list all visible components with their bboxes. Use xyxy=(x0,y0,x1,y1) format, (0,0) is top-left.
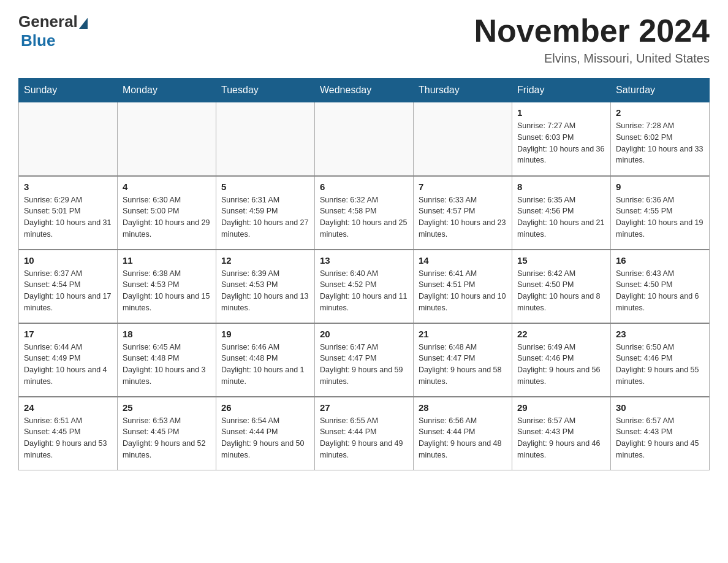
calendar-cell: 9Sunrise: 6:36 AM Sunset: 4:55 PM Daylig… xyxy=(611,176,710,250)
day-info: Sunrise: 6:46 AM Sunset: 4:48 PM Dayligh… xyxy=(221,342,309,388)
day-info: Sunrise: 7:27 AM Sunset: 6:03 PM Dayligh… xyxy=(517,120,605,166)
day-number: 19 xyxy=(221,329,309,339)
logo: General Blue xyxy=(18,12,88,50)
day-number: 26 xyxy=(221,402,309,413)
calendar-cell: 1Sunrise: 7:27 AM Sunset: 6:03 PM Daylig… xyxy=(512,102,611,176)
calendar-cell: 23Sunrise: 6:50 AM Sunset: 4:46 PM Dayli… xyxy=(611,323,710,397)
calendar-cell xyxy=(216,102,315,176)
calendar-cell: 18Sunrise: 6:45 AM Sunset: 4:48 PM Dayli… xyxy=(118,323,216,397)
day-number: 23 xyxy=(616,329,704,339)
day-number: 9 xyxy=(616,182,704,192)
day-info: Sunrise: 6:41 AM Sunset: 4:51 PM Dayligh… xyxy=(419,268,507,314)
day-number: 15 xyxy=(517,255,605,266)
calendar-cell: 13Sunrise: 6:40 AM Sunset: 4:52 PM Dayli… xyxy=(315,250,414,323)
day-info: Sunrise: 6:29 AM Sunset: 5:01 PM Dayligh… xyxy=(24,194,112,240)
calendar-cell: 16Sunrise: 6:43 AM Sunset: 4:50 PM Dayli… xyxy=(611,250,710,323)
calendar-cell: 2Sunrise: 7:28 AM Sunset: 6:02 PM Daylig… xyxy=(611,102,710,176)
title-section: November 2024 Elvins, Missouri, United S… xyxy=(474,12,710,66)
logo-triangle-icon xyxy=(79,18,88,29)
calendar-day-header: Wednesday xyxy=(315,79,414,102)
calendar-cell xyxy=(19,102,118,176)
day-number: 16 xyxy=(616,255,704,266)
calendar-cell: 6Sunrise: 6:32 AM Sunset: 4:58 PM Daylig… xyxy=(315,176,414,250)
calendar-cell: 7Sunrise: 6:33 AM Sunset: 4:57 PM Daylig… xyxy=(414,176,512,250)
day-info: Sunrise: 6:57 AM Sunset: 4:43 PM Dayligh… xyxy=(517,415,605,461)
day-info: Sunrise: 6:35 AM Sunset: 4:56 PM Dayligh… xyxy=(517,194,605,240)
day-number: 25 xyxy=(123,402,211,413)
page-header: General Blue November 2024 Elvins, Misso… xyxy=(18,12,710,66)
day-number: 6 xyxy=(320,182,408,192)
location-subtitle: Elvins, Missouri, United States xyxy=(474,52,710,66)
day-info: Sunrise: 6:39 AM Sunset: 4:53 PM Dayligh… xyxy=(221,268,309,314)
day-number: 28 xyxy=(419,402,507,413)
logo-blue-text: Blue xyxy=(21,31,55,50)
day-info: Sunrise: 6:51 AM Sunset: 4:45 PM Dayligh… xyxy=(24,415,112,461)
calendar-cell: 11Sunrise: 6:38 AM Sunset: 4:53 PM Dayli… xyxy=(118,250,216,323)
day-info: Sunrise: 6:31 AM Sunset: 4:59 PM Dayligh… xyxy=(221,194,309,240)
day-number: 17 xyxy=(24,329,112,339)
day-number: 24 xyxy=(24,402,112,413)
calendar-cell: 20Sunrise: 6:47 AM Sunset: 4:47 PM Dayli… xyxy=(315,323,414,397)
calendar-header-row: SundayMondayTuesdayWednesdayThursdayFrid… xyxy=(19,79,710,102)
day-number: 18 xyxy=(123,329,211,339)
calendar-cell xyxy=(118,102,216,176)
day-number: 30 xyxy=(616,402,704,413)
calendar-day-header: Tuesday xyxy=(216,79,315,102)
calendar-cell: 4Sunrise: 6:30 AM Sunset: 5:00 PM Daylig… xyxy=(118,176,216,250)
day-number: 11 xyxy=(123,255,211,266)
day-number: 21 xyxy=(419,329,507,339)
calendar-day-header: Saturday xyxy=(611,79,710,102)
day-number: 13 xyxy=(320,255,408,266)
day-info: Sunrise: 6:42 AM Sunset: 4:50 PM Dayligh… xyxy=(517,268,605,314)
day-number: 1 xyxy=(517,107,605,118)
calendar-week-row: 24Sunrise: 6:51 AM Sunset: 4:45 PM Dayli… xyxy=(19,397,710,470)
calendar-day-header: Friday xyxy=(512,79,611,102)
day-info: Sunrise: 6:55 AM Sunset: 4:44 PM Dayligh… xyxy=(320,415,408,461)
calendar-cell xyxy=(414,102,512,176)
day-number: 14 xyxy=(419,255,507,266)
day-info: Sunrise: 6:32 AM Sunset: 4:58 PM Dayligh… xyxy=(320,194,408,240)
calendar-cell: 17Sunrise: 6:44 AM Sunset: 4:49 PM Dayli… xyxy=(19,323,118,397)
calendar-cell: 25Sunrise: 6:53 AM Sunset: 4:45 PM Dayli… xyxy=(118,397,216,470)
calendar-day-header: Thursday xyxy=(414,79,512,102)
calendar-week-row: 3Sunrise: 6:29 AM Sunset: 5:01 PM Daylig… xyxy=(19,176,710,250)
day-info: Sunrise: 7:28 AM Sunset: 6:02 PM Dayligh… xyxy=(616,120,704,166)
calendar-cell: 15Sunrise: 6:42 AM Sunset: 4:50 PM Dayli… xyxy=(512,250,611,323)
calendar-cell: 29Sunrise: 6:57 AM Sunset: 4:43 PM Dayli… xyxy=(512,397,611,470)
calendar-day-header: Sunday xyxy=(19,79,118,102)
calendar-cell: 5Sunrise: 6:31 AM Sunset: 4:59 PM Daylig… xyxy=(216,176,315,250)
calendar-week-row: 10Sunrise: 6:37 AM Sunset: 4:54 PM Dayli… xyxy=(19,250,710,323)
day-info: Sunrise: 6:48 AM Sunset: 4:47 PM Dayligh… xyxy=(419,342,507,388)
day-number: 5 xyxy=(221,182,309,192)
day-info: Sunrise: 6:37 AM Sunset: 4:54 PM Dayligh… xyxy=(24,268,112,314)
calendar-week-row: 1Sunrise: 7:27 AM Sunset: 6:03 PM Daylig… xyxy=(19,102,710,176)
calendar-day-header: Monday xyxy=(118,79,216,102)
calendar-cell: 19Sunrise: 6:46 AM Sunset: 4:48 PM Dayli… xyxy=(216,323,315,397)
calendar-cell: 12Sunrise: 6:39 AM Sunset: 4:53 PM Dayli… xyxy=(216,250,315,323)
day-info: Sunrise: 6:53 AM Sunset: 4:45 PM Dayligh… xyxy=(123,415,211,461)
month-title: November 2024 xyxy=(474,12,710,49)
day-number: 29 xyxy=(517,402,605,413)
day-info: Sunrise: 6:47 AM Sunset: 4:47 PM Dayligh… xyxy=(320,342,408,388)
day-number: 20 xyxy=(320,329,408,339)
day-info: Sunrise: 6:38 AM Sunset: 4:53 PM Dayligh… xyxy=(123,268,211,314)
day-info: Sunrise: 6:56 AM Sunset: 4:44 PM Dayligh… xyxy=(419,415,507,461)
calendar-cell: 24Sunrise: 6:51 AM Sunset: 4:45 PM Dayli… xyxy=(19,397,118,470)
day-info: Sunrise: 6:36 AM Sunset: 4:55 PM Dayligh… xyxy=(616,194,704,240)
day-number: 10 xyxy=(24,255,112,266)
calendar-cell: 30Sunrise: 6:57 AM Sunset: 4:43 PM Dayli… xyxy=(611,397,710,470)
day-number: 7 xyxy=(419,182,507,192)
calendar-cell: 10Sunrise: 6:37 AM Sunset: 4:54 PM Dayli… xyxy=(19,250,118,323)
day-info: Sunrise: 6:40 AM Sunset: 4:52 PM Dayligh… xyxy=(320,268,408,314)
day-info: Sunrise: 6:57 AM Sunset: 4:43 PM Dayligh… xyxy=(616,415,704,461)
day-number: 3 xyxy=(24,182,112,192)
day-number: 4 xyxy=(123,182,211,192)
day-info: Sunrise: 6:49 AM Sunset: 4:46 PM Dayligh… xyxy=(517,342,605,388)
calendar-cell xyxy=(315,102,414,176)
day-info: Sunrise: 6:50 AM Sunset: 4:46 PM Dayligh… xyxy=(616,342,704,388)
day-info: Sunrise: 6:44 AM Sunset: 4:49 PM Dayligh… xyxy=(24,342,112,388)
calendar-cell: 21Sunrise: 6:48 AM Sunset: 4:47 PM Dayli… xyxy=(414,323,512,397)
day-info: Sunrise: 6:33 AM Sunset: 4:57 PM Dayligh… xyxy=(419,194,507,240)
calendar-table: SundayMondayTuesdayWednesdayThursdayFrid… xyxy=(18,78,710,470)
calendar-cell: 27Sunrise: 6:55 AM Sunset: 4:44 PM Dayli… xyxy=(315,397,414,470)
